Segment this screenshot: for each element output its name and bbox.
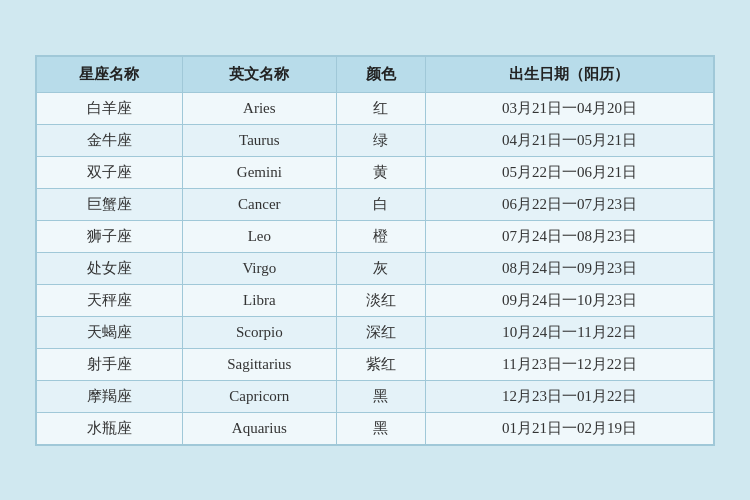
- cell-date: 12月23日一01月22日: [425, 380, 713, 412]
- cell-english-name: Gemini: [182, 156, 336, 188]
- cell-chinese-name: 双子座: [37, 156, 183, 188]
- cell-color: 白: [336, 188, 425, 220]
- cell-date: 10月24日一11月22日: [425, 316, 713, 348]
- cell-chinese-name: 摩羯座: [37, 380, 183, 412]
- cell-chinese-name: 白羊座: [37, 92, 183, 124]
- table-row: 水瓶座Aquarius黑01月21日一02月19日: [37, 412, 714, 444]
- cell-english-name: Sagittarius: [182, 348, 336, 380]
- cell-chinese-name: 狮子座: [37, 220, 183, 252]
- cell-english-name: Leo: [182, 220, 336, 252]
- cell-english-name: Cancer: [182, 188, 336, 220]
- table-body: 白羊座Aries红03月21日一04月20日金牛座Taurus绿04月21日一0…: [37, 92, 714, 444]
- table-row: 双子座Gemini黄05月22日一06月21日: [37, 156, 714, 188]
- cell-color: 深红: [336, 316, 425, 348]
- header-date: 出生日期（阳历）: [425, 56, 713, 92]
- table-row: 天蝎座Scorpio深红10月24日一11月22日: [37, 316, 714, 348]
- table-row: 天秤座Libra淡红09月24日一10月23日: [37, 284, 714, 316]
- cell-english-name: Scorpio: [182, 316, 336, 348]
- cell-color: 橙: [336, 220, 425, 252]
- cell-english-name: Aries: [182, 92, 336, 124]
- table-header-row: 星座名称 英文名称 颜色 出生日期（阳历）: [37, 56, 714, 92]
- cell-english-name: Aquarius: [182, 412, 336, 444]
- table-row: 摩羯座Capricorn黑12月23日一01月22日: [37, 380, 714, 412]
- zodiac-table: 星座名称 英文名称 颜色 出生日期（阳历） 白羊座Aries红03月21日一04…: [36, 56, 714, 445]
- cell-english-name: Libra: [182, 284, 336, 316]
- cell-english-name: Taurus: [182, 124, 336, 156]
- cell-date: 06月22日一07月23日: [425, 188, 713, 220]
- table-row: 金牛座Taurus绿04月21日一05月21日: [37, 124, 714, 156]
- cell-date: 01月21日一02月19日: [425, 412, 713, 444]
- cell-english-name: Capricorn: [182, 380, 336, 412]
- cell-english-name: Virgo: [182, 252, 336, 284]
- cell-date: 03月21日一04月20日: [425, 92, 713, 124]
- cell-color: 红: [336, 92, 425, 124]
- zodiac-table-container: 星座名称 英文名称 颜色 出生日期（阳历） 白羊座Aries红03月21日一04…: [35, 55, 715, 446]
- header-chinese-name: 星座名称: [37, 56, 183, 92]
- cell-chinese-name: 射手座: [37, 348, 183, 380]
- header-color: 颜色: [336, 56, 425, 92]
- cell-chinese-name: 天秤座: [37, 284, 183, 316]
- cell-chinese-name: 金牛座: [37, 124, 183, 156]
- table-row: 巨蟹座Cancer白06月22日一07月23日: [37, 188, 714, 220]
- cell-date: 07月24日一08月23日: [425, 220, 713, 252]
- header-english-name: 英文名称: [182, 56, 336, 92]
- cell-date: 04月21日一05月21日: [425, 124, 713, 156]
- cell-chinese-name: 处女座: [37, 252, 183, 284]
- cell-color: 灰: [336, 252, 425, 284]
- table-row: 狮子座Leo橙07月24日一08月23日: [37, 220, 714, 252]
- cell-date: 11月23日一12月22日: [425, 348, 713, 380]
- cell-color: 淡红: [336, 284, 425, 316]
- table-row: 白羊座Aries红03月21日一04月20日: [37, 92, 714, 124]
- cell-color: 黑: [336, 380, 425, 412]
- cell-date: 08月24日一09月23日: [425, 252, 713, 284]
- table-row: 处女座Virgo灰08月24日一09月23日: [37, 252, 714, 284]
- cell-color: 黑: [336, 412, 425, 444]
- cell-color: 绿: [336, 124, 425, 156]
- cell-date: 09月24日一10月23日: [425, 284, 713, 316]
- cell-color: 黄: [336, 156, 425, 188]
- cell-date: 05月22日一06月21日: [425, 156, 713, 188]
- cell-color: 紫红: [336, 348, 425, 380]
- table-row: 射手座Sagittarius紫红11月23日一12月22日: [37, 348, 714, 380]
- cell-chinese-name: 天蝎座: [37, 316, 183, 348]
- cell-chinese-name: 水瓶座: [37, 412, 183, 444]
- cell-chinese-name: 巨蟹座: [37, 188, 183, 220]
